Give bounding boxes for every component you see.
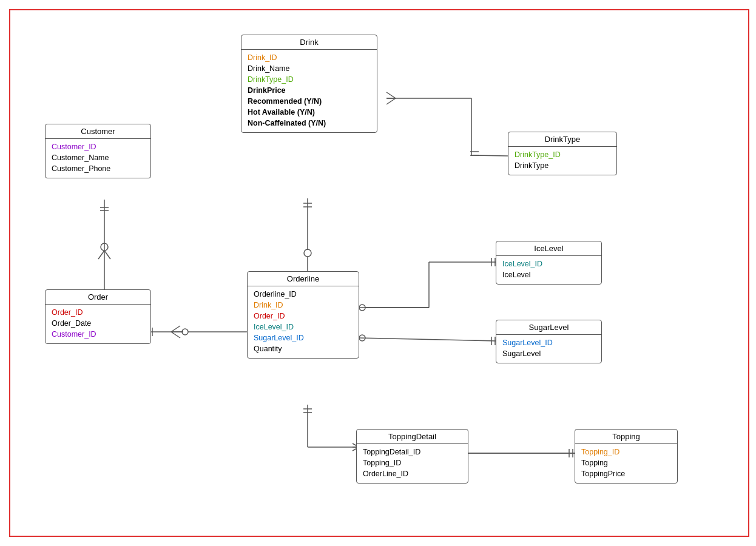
drinktype-table: DrinkType DrinkType_ID DrinkType [508,132,617,175]
svg-point-39 [359,335,365,341]
toppingdetail-table: ToppingDetail ToppingDetail_ID Topping_I… [356,429,468,484]
icelevel-table-fields: IceLevel_ID IceLevel [496,256,601,284]
field-toppingprice: ToppingPrice [581,468,671,479]
field-topping: Topping [581,457,671,468]
customer-table-header: Customer [46,124,150,139]
svg-point-19 [304,249,311,257]
field-non-caffeinated: Non-Caffeinated (Y/N) [248,118,371,129]
order-table: Order Order_ID Order_Date Customer_ID [45,289,151,344]
drink-table-header: Drink [241,35,377,50]
field-sugarlevel-id: SugarLevel_ID [502,337,595,348]
field-orderline-id-fk: OrderLine_ID [363,468,462,479]
field-orderline-sugarlevel-id: SugarLevel_ID [254,332,353,343]
field-order-date: Order_Date [52,318,144,329]
sugarlevel-table-header: SugarLevel [496,320,601,335]
field-orderline-drink-id: Drink_ID [254,300,353,311]
order-table-fields: Order_ID Order_Date Customer_ID [46,305,150,343]
field-orderline-id: Orderline_ID [254,289,353,300]
svg-line-11 [171,326,180,332]
field-customer-phone: Customer_Phone [52,163,144,174]
er-diagram-canvas: Customer Customer_ID Customer_Name Custo… [9,9,749,537]
field-drinktype-id: DrinkType_ID [248,74,371,85]
topping-table-fields: Topping_ID Topping ToppingPrice [575,444,677,483]
svg-point-14 [182,329,188,335]
field-customer-id: Customer_ID [52,141,144,152]
field-order-id: Order_ID [52,307,144,318]
field-recommended: Recommended (Y/N) [248,96,371,107]
field-drinktype-id-pk: DrinkType_ID [515,149,610,160]
field-drink-id: Drink_ID [248,52,371,63]
sugarlevel-table-fields: SugarLevel_ID SugarLevel [496,335,601,363]
field-sugarlevel: SugarLevel [502,348,595,359]
topping-table-header: Topping [575,430,677,444]
field-orderline-icelevel-id: IceLevel_ID [254,322,353,332]
svg-line-5 [104,251,110,259]
drinktype-table-header: DrinkType [508,132,616,147]
svg-line-4 [98,251,104,259]
icelevel-table: IceLevel IceLevel_ID IceLevel [496,241,602,285]
topping-table: Topping Topping_ID Topping ToppingPrice [575,429,678,484]
customer-table-fields: Customer_ID Customer_Name Customer_Phone [46,139,150,178]
svg-point-3 [101,243,108,251]
field-icelevel-id: IceLevel_ID [502,258,595,269]
field-quantity: Quantity [254,343,353,354]
customer-table: Customer Customer_ID Customer_Name Custo… [45,124,151,178]
field-drinkprice: DrinkPrice [248,85,371,96]
drinktype-table-fields: DrinkType_ID DrinkType [508,147,616,175]
toppingdetail-table-header: ToppingDetail [357,430,468,444]
icelevel-table-header: IceLevel [496,241,601,256]
field-customer-name: Customer_Name [52,152,144,163]
svg-line-23 [386,92,396,98]
order-table-header: Order [46,290,150,305]
drink-table: Drink Drink_ID Drink_Name DrinkType_ID D… [241,35,377,133]
field-order-customer-id: Customer_ID [52,329,144,340]
field-hot-available: Hot Available (Y/N) [248,107,371,118]
svg-line-28 [471,155,508,156]
field-orderline-order-id: Order_ID [254,311,353,322]
sugarlevel-table: SugarLevel SugarLevel_ID SugarLevel [496,320,602,363]
svg-line-36 [359,338,496,341]
toppingdetail-table-fields: ToppingDetail_ID Topping_ID OrderLine_ID [357,444,468,483]
field-toppingdetail-id: ToppingDetail_ID [363,447,462,457]
field-drink-name: Drink_Name [248,63,371,74]
drink-table-fields: Drink_ID Drink_Name DrinkType_ID DrinkPr… [241,50,377,132]
orderline-table-fields: Orderline_ID Drink_ID Order_ID IceLevel_… [248,286,359,358]
field-topping-id-fk: Topping_ID [363,457,462,468]
orderline-table-header: Orderline [248,272,359,286]
svg-point-34 [359,305,365,311]
svg-line-12 [171,332,180,338]
svg-line-24 [386,98,396,104]
field-icelevel: IceLevel [502,269,595,280]
orderline-table: Orderline Orderline_ID Drink_ID Order_ID… [247,271,359,359]
field-drinktype: DrinkType [515,160,610,171]
field-topping-id: Topping_ID [581,447,671,457]
